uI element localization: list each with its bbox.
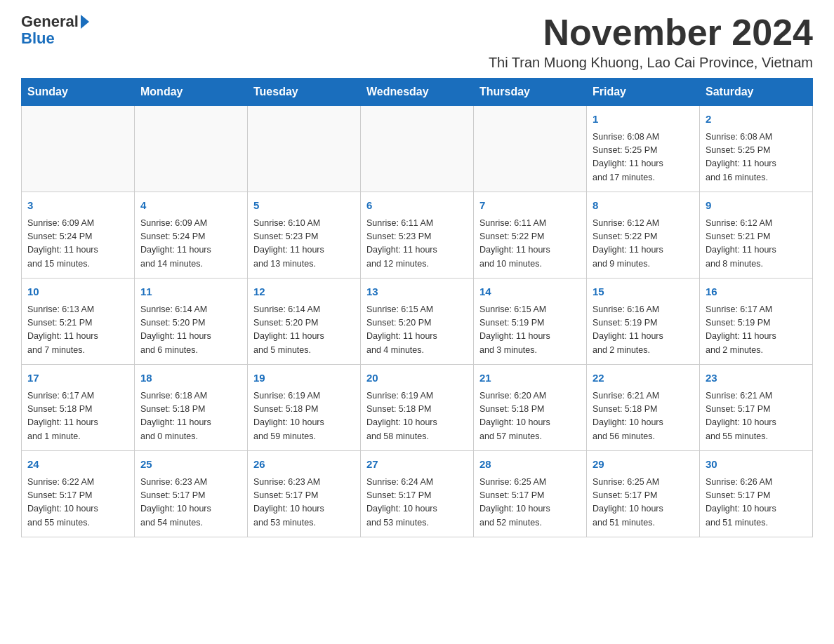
table-row: 23Sunrise: 6:21 AMSunset: 5:17 PMDayligh… xyxy=(700,365,813,451)
table-row: 20Sunrise: 6:19 AMSunset: 5:18 PMDayligh… xyxy=(361,365,474,451)
table-row: 17Sunrise: 6:17 AMSunset: 5:18 PMDayligh… xyxy=(22,365,135,451)
day-info: Sunrise: 6:13 AMSunset: 5:21 PMDaylight:… xyxy=(27,303,128,358)
day-number: 26 xyxy=(253,457,355,473)
day-info: Sunrise: 6:08 AMSunset: 5:25 PMDaylight:… xyxy=(593,130,694,185)
table-row xyxy=(248,106,361,192)
day-info: Sunrise: 6:09 AMSunset: 5:24 PMDaylight:… xyxy=(140,217,241,271)
day-number: 25 xyxy=(140,457,241,473)
table-row: 8Sunrise: 6:12 AMSunset: 5:22 PMDaylight… xyxy=(587,192,700,279)
day-info: Sunrise: 6:22 AMSunset: 5:17 PMDaylight:… xyxy=(27,476,128,530)
col-tuesday: Tuesday xyxy=(248,79,361,106)
table-row: 27Sunrise: 6:24 AMSunset: 5:17 PMDayligh… xyxy=(361,451,474,537)
logo: General Blue xyxy=(21,14,89,48)
day-info: Sunrise: 6:19 AMSunset: 5:18 PMDaylight:… xyxy=(366,389,468,444)
day-info: Sunrise: 6:23 AMSunset: 5:17 PMDaylight:… xyxy=(140,476,241,530)
day-number: 3 xyxy=(27,198,128,214)
day-info: Sunrise: 6:26 AMSunset: 5:17 PMDaylight:… xyxy=(706,476,807,530)
col-saturday: Saturday xyxy=(700,79,813,106)
table-row: 30Sunrise: 6:26 AMSunset: 5:17 PMDayligh… xyxy=(700,451,813,537)
day-number: 30 xyxy=(706,457,807,473)
day-number: 22 xyxy=(593,370,694,387)
location-subtitle: Thi Tran Muong Khuong, Lao Cai Province,… xyxy=(489,55,813,71)
table-row: 28Sunrise: 6:25 AMSunset: 5:17 PMDayligh… xyxy=(474,451,587,537)
day-info: Sunrise: 6:17 AMSunset: 5:18 PMDaylight:… xyxy=(27,389,128,444)
table-row: 24Sunrise: 6:22 AMSunset: 5:17 PMDayligh… xyxy=(22,451,135,537)
logo-blue: Blue xyxy=(21,29,89,48)
table-row: 16Sunrise: 6:17 AMSunset: 5:19 PMDayligh… xyxy=(700,279,813,365)
table-row: 19Sunrise: 6:19 AMSunset: 5:18 PMDayligh… xyxy=(248,365,361,451)
day-info: Sunrise: 6:10 AMSunset: 5:23 PMDaylight:… xyxy=(253,217,355,271)
table-row: 13Sunrise: 6:15 AMSunset: 5:20 PMDayligh… xyxy=(361,279,474,365)
table-row: 12Sunrise: 6:14 AMSunset: 5:20 PMDayligh… xyxy=(248,279,361,365)
calendar-table: Sunday Monday Tuesday Wednesday Thursday… xyxy=(21,78,813,537)
day-number: 1 xyxy=(593,112,694,128)
day-info: Sunrise: 6:21 AMSunset: 5:18 PMDaylight:… xyxy=(593,389,694,444)
day-number: 28 xyxy=(479,457,581,473)
day-info: Sunrise: 6:15 AMSunset: 5:20 PMDaylight:… xyxy=(366,303,468,358)
table-row: 2Sunrise: 6:08 AMSunset: 5:25 PMDaylight… xyxy=(700,106,813,192)
day-info: Sunrise: 6:25 AMSunset: 5:17 PMDaylight:… xyxy=(593,476,694,530)
day-number: 14 xyxy=(479,284,581,300)
table-row: 5Sunrise: 6:10 AMSunset: 5:23 PMDaylight… xyxy=(248,192,361,279)
table-row: 1Sunrise: 6:08 AMSunset: 5:25 PMDaylight… xyxy=(587,106,700,192)
day-number: 29 xyxy=(593,457,694,473)
day-number: 11 xyxy=(140,284,241,300)
table-row: 21Sunrise: 6:20 AMSunset: 5:18 PMDayligh… xyxy=(474,365,587,451)
day-info: Sunrise: 6:15 AMSunset: 5:19 PMDaylight:… xyxy=(479,303,581,358)
table-row: 14Sunrise: 6:15 AMSunset: 5:19 PMDayligh… xyxy=(474,279,587,365)
month-title: November 2024 xyxy=(489,14,813,51)
day-info: Sunrise: 6:11 AMSunset: 5:23 PMDaylight:… xyxy=(366,217,468,271)
table-row: 29Sunrise: 6:25 AMSunset: 5:17 PMDayligh… xyxy=(587,451,700,537)
col-sunday: Sunday xyxy=(22,79,135,106)
table-row: 6Sunrise: 6:11 AMSunset: 5:23 PMDaylight… xyxy=(361,192,474,279)
table-row xyxy=(474,106,587,192)
day-number: 21 xyxy=(479,370,581,387)
day-number: 6 xyxy=(366,198,468,214)
calendar-week-row: 1Sunrise: 6:08 AMSunset: 5:25 PMDaylight… xyxy=(22,106,813,192)
col-thursday: Thursday xyxy=(474,79,587,106)
col-wednesday: Wednesday xyxy=(361,79,474,106)
day-info: Sunrise: 6:08 AMSunset: 5:25 PMDaylight:… xyxy=(706,130,807,185)
calendar-week-row: 17Sunrise: 6:17 AMSunset: 5:18 PMDayligh… xyxy=(22,365,813,451)
table-row: 22Sunrise: 6:21 AMSunset: 5:18 PMDayligh… xyxy=(587,365,700,451)
day-info: Sunrise: 6:09 AMSunset: 5:24 PMDaylight:… xyxy=(27,217,128,271)
page-header: General Blue November 2024 Thi Tran Muon… xyxy=(21,14,813,71)
table-row: 3Sunrise: 6:09 AMSunset: 5:24 PMDaylight… xyxy=(22,192,135,279)
table-row xyxy=(135,106,248,192)
logo-arrow-icon xyxy=(81,15,89,29)
day-number: 7 xyxy=(479,198,581,214)
calendar-week-row: 24Sunrise: 6:22 AMSunset: 5:17 PMDayligh… xyxy=(22,451,813,537)
day-info: Sunrise: 6:18 AMSunset: 5:18 PMDaylight:… xyxy=(140,389,241,444)
day-number: 23 xyxy=(706,370,807,387)
day-number: 4 xyxy=(140,198,241,214)
day-info: Sunrise: 6:25 AMSunset: 5:17 PMDaylight:… xyxy=(479,476,581,530)
table-row: 18Sunrise: 6:18 AMSunset: 5:18 PMDayligh… xyxy=(135,365,248,451)
day-info: Sunrise: 6:12 AMSunset: 5:22 PMDaylight:… xyxy=(593,217,694,271)
day-info: Sunrise: 6:16 AMSunset: 5:19 PMDaylight:… xyxy=(593,303,694,358)
day-number: 19 xyxy=(253,370,355,387)
day-info: Sunrise: 6:20 AMSunset: 5:18 PMDaylight:… xyxy=(479,389,581,444)
table-row: 11Sunrise: 6:14 AMSunset: 5:20 PMDayligh… xyxy=(135,279,248,365)
day-number: 17 xyxy=(27,370,128,387)
calendar-week-row: 10Sunrise: 6:13 AMSunset: 5:21 PMDayligh… xyxy=(22,279,813,365)
day-number: 27 xyxy=(366,457,468,473)
day-info: Sunrise: 6:19 AMSunset: 5:18 PMDaylight:… xyxy=(253,389,355,444)
title-area: November 2024 Thi Tran Muong Khuong, Lao… xyxy=(489,14,813,71)
col-friday: Friday xyxy=(587,79,700,106)
day-info: Sunrise: 6:17 AMSunset: 5:19 PMDaylight:… xyxy=(706,303,807,358)
day-number: 16 xyxy=(706,284,807,300)
day-info: Sunrise: 6:12 AMSunset: 5:21 PMDaylight:… xyxy=(706,217,807,271)
day-info: Sunrise: 6:24 AMSunset: 5:17 PMDaylight:… xyxy=(366,476,468,530)
day-number: 13 xyxy=(366,284,468,300)
table-row: 26Sunrise: 6:23 AMSunset: 5:17 PMDayligh… xyxy=(248,451,361,537)
day-number: 9 xyxy=(706,198,807,214)
day-number: 20 xyxy=(366,370,468,387)
day-info: Sunrise: 6:23 AMSunset: 5:17 PMDaylight:… xyxy=(253,476,355,530)
calendar-week-row: 3Sunrise: 6:09 AMSunset: 5:24 PMDaylight… xyxy=(22,192,813,279)
day-info: Sunrise: 6:14 AMSunset: 5:20 PMDaylight:… xyxy=(140,303,241,358)
weekday-header-row: Sunday Monday Tuesday Wednesday Thursday… xyxy=(22,79,813,106)
table-row: 7Sunrise: 6:11 AMSunset: 5:22 PMDaylight… xyxy=(474,192,587,279)
day-number: 8 xyxy=(593,198,694,214)
day-number: 5 xyxy=(253,198,355,214)
table-row: 10Sunrise: 6:13 AMSunset: 5:21 PMDayligh… xyxy=(22,279,135,365)
